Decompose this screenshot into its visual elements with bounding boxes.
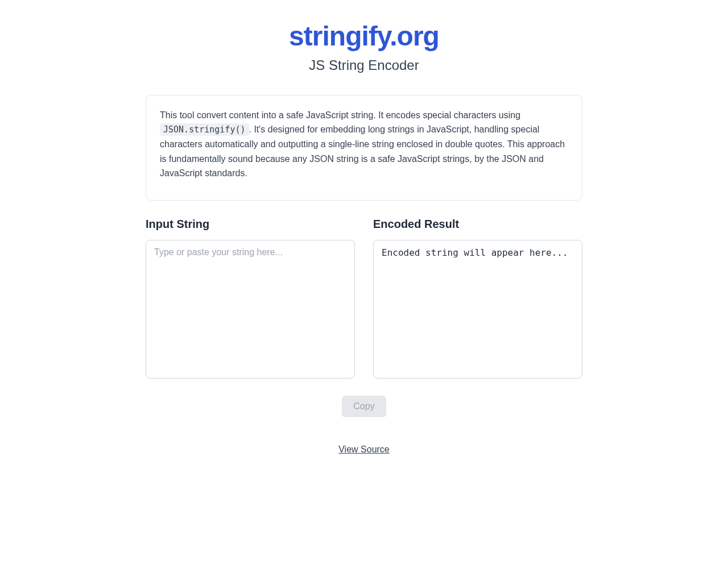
copy-button[interactable]: Copy [342, 396, 386, 417]
panels-row: Input String Encoded Result Encoded stri… [146, 218, 582, 379]
button-row: Copy [146, 396, 582, 417]
output-heading: Encoded Result [373, 218, 582, 231]
page-title: stringify.org [146, 22, 582, 52]
footer-link-row: View Source [146, 444, 582, 455]
description-before: This tool convert content into a safe Ja… [160, 110, 520, 120]
page-subtitle: JS String Encoder [146, 57, 582, 73]
description-box: This tool convert content into a safe Ja… [146, 95, 582, 201]
input-panel: Input String [146, 218, 355, 379]
description-text: This tool convert content into a safe Ja… [160, 108, 568, 181]
description-code: JSON.stringify() [160, 123, 249, 136]
input-textarea[interactable] [146, 240, 355, 379]
output-panel: Encoded Result Encoded string will appea… [373, 218, 582, 379]
input-heading: Input String [146, 218, 355, 231]
view-source-link[interactable]: View Source [338, 444, 390, 455]
output-box: Encoded string will appear here... [373, 240, 582, 379]
